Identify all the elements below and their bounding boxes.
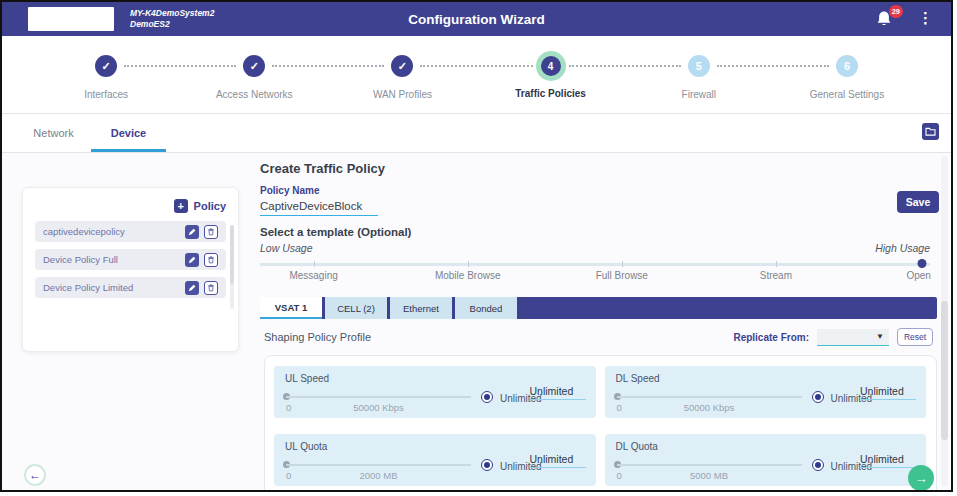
dl-speed-value-input[interactable] [860, 382, 916, 400]
dl-speed-panel: DL Speed 0 50000 Kbps Unlimited [605, 366, 927, 418]
ul-speed-panel: UL Speed 0 50000 Kbps Unlimited [274, 366, 596, 418]
speed-row: UL Speed 0 50000 Kbps Unlimited DL Speed… [274, 366, 927, 418]
slider-max-value: 50000 Kbps [617, 402, 802, 413]
row-actions [185, 281, 218, 295]
step-number: 6 [836, 55, 858, 77]
next-arrow-icon: → [915, 471, 928, 486]
content-scrollbar[interactable] [941, 156, 948, 486]
step-wan-profiles[interactable]: ✓ WAN Profiles [328, 36, 476, 113]
ul-quota-slider-track[interactable] [286, 464, 471, 466]
content-area: + Policy captivedevicepolicy Device Poli… [2, 154, 951, 490]
policy-list-item[interactable]: Device Policy Limited [35, 277, 226, 298]
policy-list-item[interactable]: captivedevicepolicy [35, 221, 226, 242]
dl-quota-slider-track[interactable] [617, 464, 802, 466]
policy-name: Device Policy Limited [43, 282, 133, 293]
delete-icon[interactable] [204, 225, 218, 239]
step-interfaces[interactable]: ✓ Interfaces [32, 36, 180, 113]
unlimited-radio[interactable] [481, 459, 493, 471]
folder-icon[interactable] [922, 123, 939, 140]
dl-speed-label: DL Speed [616, 373, 660, 384]
template-option-stream[interactable]: Stream [760, 270, 792, 281]
quota-row: UL Quota 0 2000 MB Unlimited DL Quota 0 … [274, 434, 927, 486]
back-button[interactable]: ← [24, 464, 46, 486]
slider-max-value: 5000 MB [617, 470, 802, 481]
template-option-messaging[interactable]: Messaging [289, 270, 337, 281]
ul-speed-value-input[interactable] [530, 382, 586, 400]
edit-icon[interactable] [185, 281, 199, 295]
template-option-full-browse[interactable]: Full Browse [596, 270, 648, 281]
step-number: 5 [688, 55, 710, 77]
ul-quota-label: UL Quota [285, 441, 327, 452]
policy-name-input[interactable] [260, 196, 378, 216]
tab-network[interactable]: Network [16, 114, 91, 152]
slider-tick [622, 261, 624, 267]
back-arrow-icon: ← [29, 468, 41, 482]
scrollbar-thumb[interactable] [941, 301, 948, 440]
plus-icon: + [174, 199, 188, 213]
high-usage-label: High Usage [875, 242, 930, 254]
template-slider[interactable] [260, 257, 930, 271]
scrollbar-thumb[interactable] [230, 225, 234, 284]
dl-quota-value-input[interactable] [860, 450, 916, 468]
unlimited-radio[interactable] [812, 391, 824, 403]
notifications-button[interactable]: 29 [875, 10, 895, 30]
delete-icon[interactable] [204, 281, 218, 295]
slider-tick [776, 261, 778, 267]
create-policy-heading: Create Traffic Policy [260, 161, 385, 176]
slider-max-value: 50000 Kbps [286, 402, 471, 413]
shaping-title: Shaping Policy Profile [264, 331, 371, 343]
ul-speed-slider-track[interactable] [286, 396, 471, 398]
policy-name: Device Policy Full [43, 254, 118, 265]
tab-bonded[interactable]: Bonded [455, 297, 517, 319]
tab-cell-2[interactable]: CELL (2) [325, 297, 387, 319]
add-policy-button[interactable]: + Policy [35, 198, 226, 214]
replicate-from-dropdown[interactable]: ▼ [817, 329, 889, 346]
low-usage-label: Low Usage [260, 242, 313, 254]
unlimited-radio[interactable] [481, 391, 493, 403]
step-label: WAN Profiles [373, 89, 432, 100]
save-button[interactable]: Save [897, 191, 939, 213]
slider-tick [314, 261, 316, 267]
template-option-mobile-browse[interactable]: Mobile Browse [435, 270, 501, 281]
dl-quota-panel: DL Quota 0 5000 MB Unlimited [605, 434, 927, 486]
edit-icon[interactable] [185, 253, 199, 267]
kebab-menu-icon[interactable]: ⋮ [918, 8, 933, 28]
check-icon: ✓ [243, 55, 265, 77]
system-subname: DemoES2 [130, 19, 214, 30]
notification-badge: 29 [889, 5, 903, 18]
row-actions [185, 225, 218, 239]
usage-range-labels: Low Usage High Usage [260, 242, 930, 254]
bell-icon [875, 14, 893, 31]
slider-thumb[interactable] [917, 259, 926, 268]
check-icon: ✓ [95, 55, 117, 77]
system-name: MY-K4DemoSystem2 [130, 8, 214, 19]
tab-ethernet[interactable]: Ethernet [390, 297, 452, 319]
policy-list-scrollbar[interactable] [230, 225, 234, 309]
template-option-open[interactable]: Open [906, 270, 930, 281]
tab-vsat-1[interactable]: VSAT 1 [260, 297, 322, 319]
check-icon: ✓ [391, 55, 413, 77]
step-label: Firewall [682, 89, 716, 100]
interface-tab-bar: VSAT 1 CELL (2) Ethernet Bonded [260, 297, 937, 319]
policy-name-label: Policy Name [260, 185, 319, 196]
next-button[interactable]: → [908, 465, 934, 491]
ul-quota-value-input[interactable] [530, 450, 586, 468]
dl-speed-slider-track[interactable] [617, 396, 802, 398]
wizard-stepper: ✓ Interfaces ✓ Access Networks ✓ WAN Pro… [2, 36, 951, 114]
policy-name: captivedevicepolicy [43, 226, 125, 237]
ul-speed-label: UL Speed [285, 373, 329, 384]
delete-icon[interactable] [204, 253, 218, 267]
policy-list-item[interactable]: Device Policy Full [35, 249, 226, 270]
step-label: Traffic Policies [515, 88, 586, 99]
reset-button[interactable]: Reset [897, 328, 933, 346]
slider-track[interactable] [260, 263, 930, 266]
step-firewall[interactable]: 5 Firewall [625, 36, 773, 113]
view-tab-bar: Network Device [2, 114, 951, 153]
step-access-networks[interactable]: ✓ Access Networks [180, 36, 328, 113]
step-general-settings[interactable]: 6 General Settings [773, 36, 921, 113]
tab-device[interactable]: Device [91, 114, 166, 152]
unlimited-radio[interactable] [812, 459, 824, 471]
step-traffic-policies[interactable]: 4 Traffic Policies [477, 36, 625, 113]
step-label: General Settings [810, 89, 885, 100]
edit-icon[interactable] [185, 225, 199, 239]
